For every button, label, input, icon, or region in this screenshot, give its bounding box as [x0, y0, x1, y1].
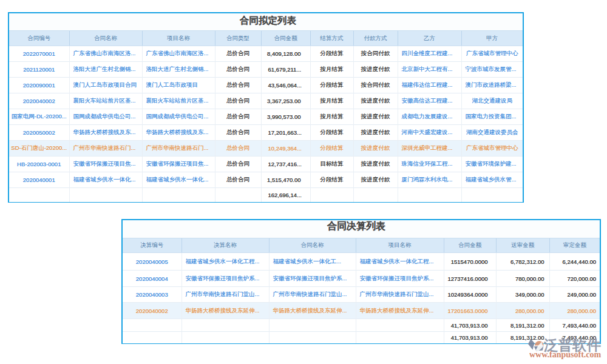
svg-text:www.fanpusoft.com: www.fanpusoft.com — [529, 350, 602, 359]
